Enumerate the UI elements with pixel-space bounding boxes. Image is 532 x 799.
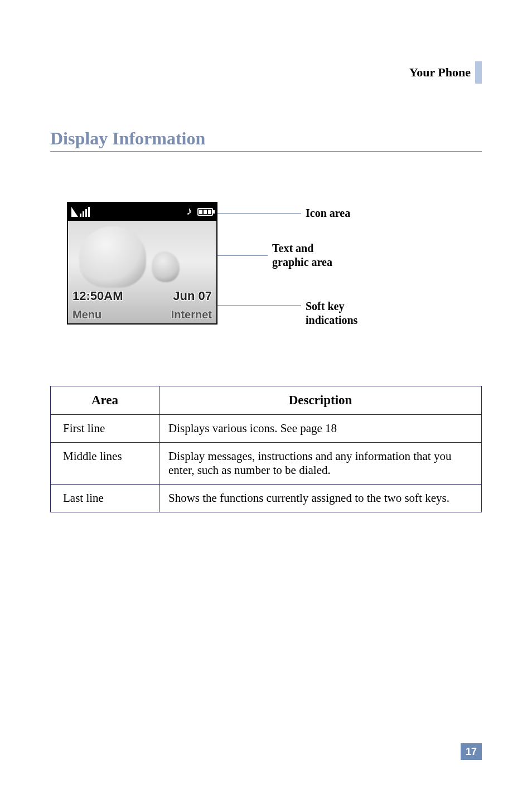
callout-label: Text and graphic area [272,241,332,269]
phone-screen-mock: 12:50AM Jun 07 Menu Internet [67,202,217,325]
table-row: First line Displays various icons. See p… [51,415,482,443]
callout-softkey-indications: Soft key indications [217,299,357,327]
page-container: Your Phone Display Information [0,0,532,799]
table-row: Last line Shows the functions currently … [51,485,482,512]
callout-leader-line [217,213,301,214]
callout-label: Soft key indications [306,299,357,327]
th-area: Area [51,386,159,415]
cell-desc: Display messages, instructions and any i… [159,443,482,485]
wallpaper-puppy [79,226,146,288]
music-note-icon [186,207,194,217]
status-icons-right [186,207,213,217]
callout-label: Icon area [306,206,350,220]
table-header-row: Area Description [51,386,482,415]
callout-text-graphic-area: Text and graphic area [217,241,357,269]
callout-icon-area: Icon area [217,206,357,220]
softkey-left-label: Menu [72,308,101,321]
section-heading: Display Information [50,128,482,152]
cell-desc: Displays various icons. See page 18 [159,415,482,443]
display-areas-table: Area Description First line Displays var… [50,386,482,512]
cell-area: Last line [51,485,159,512]
figure-callouts: Icon area Text and graphic area Soft key… [217,202,357,325]
table-row: Middle lines Display messages, instructi… [51,443,482,485]
cell-desc: Shows the functions currently assigned t… [159,485,482,512]
page-number-badge: 17 [461,743,482,760]
signal-icon [71,207,90,217]
battery-icon [197,208,213,216]
callout-leader-line [217,305,301,306]
softkey-right-label: Internet [171,308,212,321]
th-description: Description [159,386,482,415]
screen-wallpaper-area: 12:50AM Jun 07 Menu Internet [68,221,216,323]
page-header: Your Phone [50,61,482,84]
header-accent-tab [475,61,482,84]
chapter-title: Your Phone [409,65,471,80]
screen-date: Jun 07 [173,289,212,303]
screen-softkey-row: Menu Internet [68,308,216,321]
wallpaper-duckling [152,251,180,282]
cell-area: Middle lines [51,443,159,485]
callout-leader-line [217,255,268,256]
display-figure: 12:50AM Jun 07 Menu Internet Icon area T… [67,202,482,325]
screen-icon-bar [68,203,216,221]
cell-area: First line [51,415,159,443]
screen-time-date-row: 12:50AM Jun 07 [68,289,216,303]
screen-time: 12:50AM [72,289,123,303]
